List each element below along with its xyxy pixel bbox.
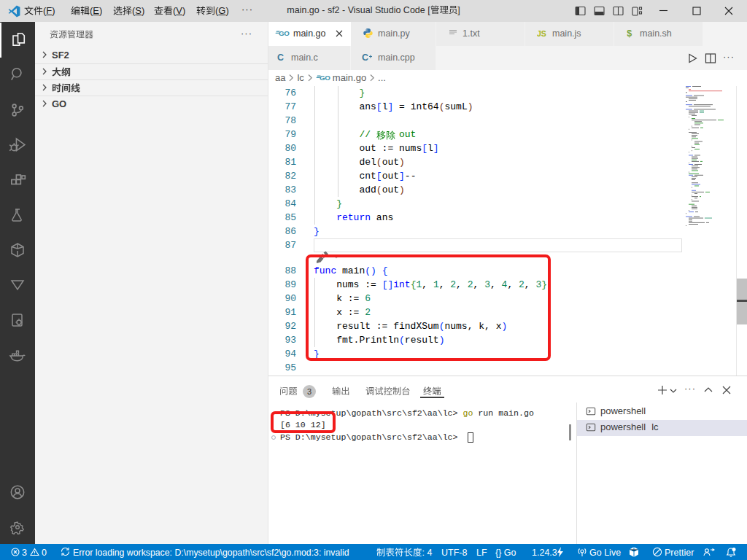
svg-text:C: C — [277, 52, 284, 63]
svg-text:GO: GO — [279, 29, 290, 37]
svg-text:C: C — [362, 52, 368, 63]
svg-text:GO: GO — [320, 74, 330, 82]
svg-text:$: $ — [627, 29, 632, 39]
svg-text:JS: JS — [537, 29, 546, 38]
